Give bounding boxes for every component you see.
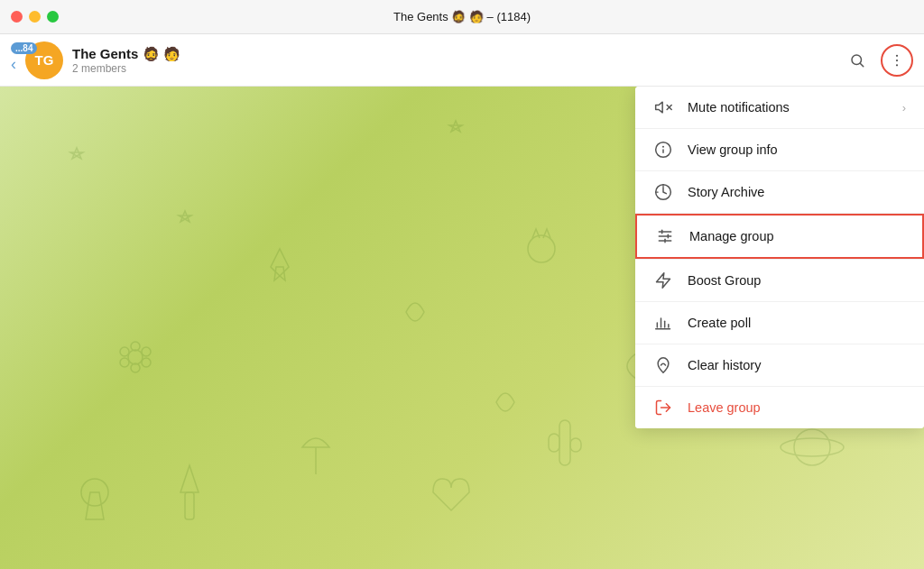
svg-point-11 [120, 347, 129, 356]
dropdown-menu: Mute notifications › View group info [635, 87, 924, 428]
story-archive-label: Story Archive [688, 185, 906, 199]
create-poll-label: Create poll [688, 316, 906, 330]
svg-point-14 [794, 429, 830, 465]
unread-badge: ...84 [11, 42, 37, 54]
window-controls [11, 11, 59, 23]
svg-point-2 [896, 54, 898, 56]
menu-item-manage-group[interactable]: Manage group [635, 214, 924, 259]
title-bar: The Gents 🧔 🧑 – (1184) [0, 0, 924, 34]
menu-item-boost-group[interactable]: Boost Group [635, 260, 924, 301]
poll-icon [653, 313, 673, 333]
svg-point-15 [781, 438, 844, 456]
mute-icon [653, 97, 673, 117]
manage-group-label: Manage group [689, 229, 904, 243]
chat-background: Mute notifications › View group info [0, 87, 924, 569]
svg-rect-17 [559, 420, 570, 465]
header-actions [841, 44, 913, 77]
svg-rect-18 [549, 434, 559, 452]
svg-line-1 [860, 63, 863, 66]
leave-icon [653, 398, 673, 418]
menu-item-clear-history[interactable]: Clear history [635, 344, 924, 386]
mute-chevron: › [902, 101, 906, 115]
svg-marker-33 [657, 273, 670, 289]
clear-icon [653, 355, 673, 375]
svg-point-5 [128, 350, 143, 364]
svg-point-0 [852, 55, 862, 65]
svg-rect-16 [185, 492, 194, 519]
more-options-button[interactable] [881, 44, 913, 77]
close-button[interactable] [11, 11, 23, 23]
window-title: The Gents 🧔 🧑 – (1184) [393, 10, 531, 23]
svg-point-12 [528, 235, 555, 262]
minimize-button[interactable] [29, 11, 41, 23]
chat-members: 2 members [72, 62, 832, 75]
chat-info: The Gents 🧔 🧑 2 members [72, 46, 832, 75]
maximize-button[interactable] [47, 11, 59, 23]
clear-history-label: Clear history [688, 358, 906, 372]
menu-item-create-poll[interactable]: Create poll [635, 302, 924, 344]
chat-name: The Gents 🧔 🧑 [72, 46, 832, 62]
svg-point-8 [142, 358, 151, 367]
menu-item-view-group-info[interactable]: View group info [635, 129, 924, 170]
svg-point-10 [120, 358, 129, 367]
svg-point-3 [896, 59, 898, 60]
back-button[interactable]: ...84 ‹ [11, 46, 16, 74]
story-icon [653, 182, 673, 202]
menu-item-leave-group[interactable]: Leave group [635, 387, 924, 428]
back-arrow-icon: ‹ [11, 55, 16, 74]
info-icon [653, 140, 673, 160]
menu-item-story-archive[interactable]: Story Archive [635, 171, 924, 213]
menu-item-mute[interactable]: Mute notifications › [635, 87, 924, 128]
leave-group-label: Leave group [688, 400, 906, 415]
chat-header: ...84 ‹ TG The Gents 🧔 🧑 2 members [0, 34, 924, 87]
svg-point-7 [142, 347, 151, 356]
svg-rect-19 [570, 438, 581, 452]
manage-icon [655, 226, 675, 246]
view-group-info-label: View group info [688, 142, 906, 157]
boost-group-label: Boost Group [688, 273, 906, 288]
boost-icon [653, 271, 673, 290]
svg-point-4 [896, 64, 898, 66]
mute-label: Mute notifications [688, 100, 888, 115]
search-button[interactable] [841, 44, 873, 77]
